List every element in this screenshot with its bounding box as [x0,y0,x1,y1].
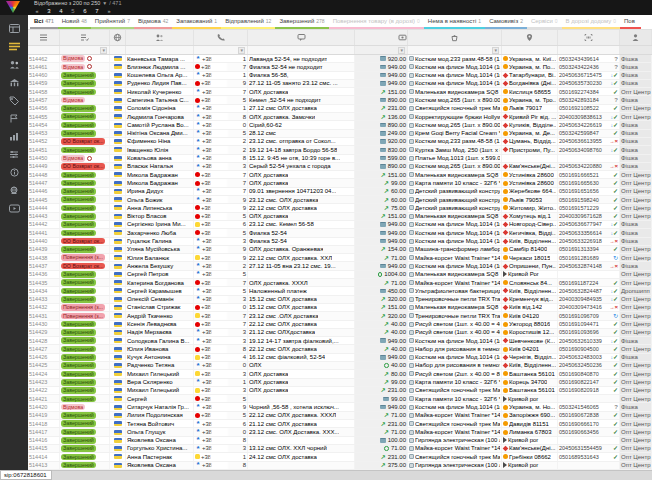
table-row-order-514443[interactable]: 514443ЗавершенийВіктор Власов+385ОЛХ дос… [28,213,652,221]
tracking-number[interactable]: 20450632874148 [559,262,602,269]
sidebar-orders-icon[interactable] [6,41,22,52]
sidebar-settings-icon[interactable] [6,149,22,160]
table-row-order-514422[interactable]: 514422ЗавершенийМихаил Гилецький+383ОЛХ … [28,387,652,395]
tracking-number[interactable]: 20400309671628 [559,213,602,220]
filter-dropdown-icon[interactable]: ▾ [238,47,245,54]
table-row-order-514430[interactable]: 514430ЗавершенийКсенія Леваднєва+38722.1… [28,321,652,329]
tracking-number[interactable]: 0501690904500 [559,345,599,352]
money-icon[interactable] [355,30,408,45]
table-row-order-514431[interactable]: 514431Повернення (з...Андрій Ткаченко+38… [28,312,652,320]
tracking-number[interactable]: 0501691187224 [559,279,598,286]
table-row-order-514426[interactable]: 514426ЗавершенийКучук Антонина+38416.12 … [28,354,652,362]
table-row-order-514427[interactable]: 514427ЗавершенийЮлия Иванова+38822.12 см… [28,345,652,353]
table-row-order-514419[interactable]: 514419ЗавершенийЛилия Подолинская+38522.… [28,412,652,420]
sidebar-dashboard-icon[interactable] [6,23,22,34]
table-row-order-514413[interactable]: 514413ЗавершенийЯковлева Оксана*+388↗375… [28,462,652,470]
tracking-number[interactable]: 0501691666521 [559,171,599,178]
barcode-icon[interactable] [558,30,620,45]
tracking-number[interactable]: 20400309473416 [559,304,602,311]
tracking-number[interactable]: 0501691665630 [559,179,599,186]
tracking-number[interactable]: 20450634098760 [559,146,602,153]
table-row-order-514417[interactable]: 514417ЗавершенийОльга Глущук*+38023.12 с… [28,428,652,436]
table-row-order-514436[interactable]: 514436ЗавершенийСергей Петров*+3851004.0… [28,271,652,279]
tracking-number[interactable]: 20450635730230 [559,80,602,87]
tracking-number[interactable]: 0501689531643 [559,453,599,460]
tracking-number[interactable]: 0501690666170 [559,420,599,427]
tracking-number[interactable]: 0503241546065 [559,403,599,410]
tracking-number[interactable]: 0503242893184 [559,96,599,103]
filter-dropdown-icon[interactable]: ▾ [100,47,107,54]
table-row-order-514433[interactable]: 514433ЗавершенийОлексій Семанін*+38315.1… [28,296,652,304]
table-row-order-514459[interactable]: 514459ЗавершенийРуденко Лидия Пав...+389… [28,80,652,88]
tracking-number[interactable]: 0501690820918 [559,387,599,394]
table-row-order-514425[interactable]: 514425ЗавершенийРадченко Тетяна*+380ОЛХ4… [28,362,652,370]
pagination-page-3[interactable]: 3 [46,7,52,15]
tab-5[interactable]: Запакований1 [172,15,221,29]
table-row-order-514444[interactable]: 514444ЗавершенийАнна Липенська+38922.12 … [28,204,652,212]
tracking-number[interactable]: 20450633226918 [559,238,602,245]
table-row-order-514434[interactable]: 514434ЗавершенийСергей Карамышев*+385Нал… [28,287,652,295]
comment-icon[interactable] [248,30,355,45]
table-row-order-514454[interactable]: 514454ЗавершенийСамотій Руслана Во...*+3… [28,121,652,129]
phone-icon[interactable] [194,30,248,45]
sidebar-tags-icon[interactable] [6,95,22,106]
sidebar-notifications-icon[interactable] [6,113,22,124]
tab-2[interactable]: Новий48 [58,15,91,29]
sidebar-statistics-icon[interactable] [6,131,22,142]
table-row-order-514450[interactable]: 514450ВідмоваКовальова анна*+38815.12. 9… [28,155,652,163]
filter-dropdown-icon[interactable]: ▾ [492,47,499,54]
location-pin-icon[interactable] [502,30,558,45]
table-row-order-514456[interactable]: 514456ЗавершенийСоломія Сідоніна*+38127.… [28,105,652,113]
tracking-number[interactable]: 0501691096709 [559,312,599,319]
tracking-number[interactable]: 0501690663456 [559,428,599,435]
table-row-order-514451[interactable]: 514451ЗавершенийІващенко Юлія*+38219.12 … [28,146,652,154]
tracking-number[interactable]: 20450634220880 [559,163,602,170]
table-row-order-514428[interactable]: 514428ЗавершенийСолодкова Галина В...*+3… [28,337,652,345]
tab-9[interactable]: Нема в наявності1 [424,15,485,29]
table-row-order-514455[interactable]: 514455ЗавершенийЛюдмила Гончарова*+388ОЛ… [28,113,652,121]
tab-13[interactable]: Пов [620,15,641,29]
table-row-order-514414[interactable]: 514414ЗавершенийАнна Пастернак+38124.12 … [28,453,652,461]
tracking-number[interactable]: 20450633356614 [559,229,602,236]
table-row-order-514416[interactable]: 514416ЗавершенийЯковлева Оксана*+388100.… [28,437,652,445]
tracking-number[interactable]: 20450636677947 [559,221,602,228]
tracking-number[interactable]: 20450632450236 [559,362,602,369]
table-row-order-514446[interactable]: 514446ЗавершенийИрина Дидух*+38709.01 зв… [28,188,652,196]
basket-icon[interactable] [408,30,502,45]
tracking-number[interactable]: 0501690840870 [559,370,599,377]
sidebar-info-icon[interactable] [6,167,22,178]
pagination-first-icon[interactable]: « [34,7,40,15]
tracking-number[interactable]: 20450636613955 [559,138,602,145]
tracking-number[interactable]: 0501691094471 [559,321,599,328]
sidebar-clients-icon[interactable] [6,59,22,70]
range-dropdown-icon[interactable]: ▼ [102,0,107,6]
tracking-number[interactable]: 20450636715475 [559,72,602,79]
pagination-last-icon[interactable]: » [106,7,112,15]
table-row-order-514452[interactable]: 514452DO Возврат ок...Єфименко Ніна*+382… [28,138,652,146]
table-row-order-514442[interactable]: 514442ЗавершенийСергієнко Ірина Ми...+38… [28,221,652,229]
tracking-number[interactable]: 20450632824487 [559,287,602,294]
tab-8[interactable]: Повернення товару (в дорозі)0 [329,15,424,29]
pagination-page-4[interactable]: 4 [58,7,64,15]
tracking-number[interactable]: 20450632483003 [559,354,602,361]
tab-6[interactable]: Відправлений12 [221,15,275,29]
table-row-order-514440[interactable]: 514440DO Возврат ок...Гуцалюк Галина*+38… [28,238,652,246]
tracking-number[interactable]: 0501691651656 [559,188,599,195]
tracking-number[interactable]: 0501692274384 [559,88,599,95]
tracking-number[interactable]: 0501691093696 [559,329,599,336]
tracking-number[interactable]: 0503243439614 [559,55,599,62]
table-row-order-514438[interactable]: 514438Повернення (з...Юлия Баланюк+38922… [28,254,652,262]
tracking-number[interactable]: 20400309838613 [559,113,602,120]
table-row-order-514418[interactable]: 514418ЗавершенийТетяна Войтович*+38621.1… [28,420,652,428]
app-logo-icon[interactable] [4,1,24,14]
tracking-number[interactable]: 0503243422436 [559,63,599,70]
tab-7[interactable]: Завершений278 [275,15,328,29]
table-row-order-514457[interactable]: 514457ВідмоваСапегина Татьяна С...+385Ке… [28,96,652,104]
table-row-order-514445[interactable]: 514445ЗавершенийОльга Божик*+38923.12 см… [28,196,652,204]
table-row-order-514449[interactable]: 514449DO Возврат ок...Власюк Наталья*+38… [28,163,652,171]
sidebar-support-icon[interactable] [6,185,22,196]
tracking-number[interactable]: 20450632610339 [559,337,602,344]
tab-10[interactable]: Самовивіз2 [485,15,527,29]
sidebar-warehouse-icon[interactable] [6,77,22,88]
table-row-order-514423[interactable]: 514423ЗавершенийВера Скляренко*+381ОЛХ д… [28,379,652,387]
